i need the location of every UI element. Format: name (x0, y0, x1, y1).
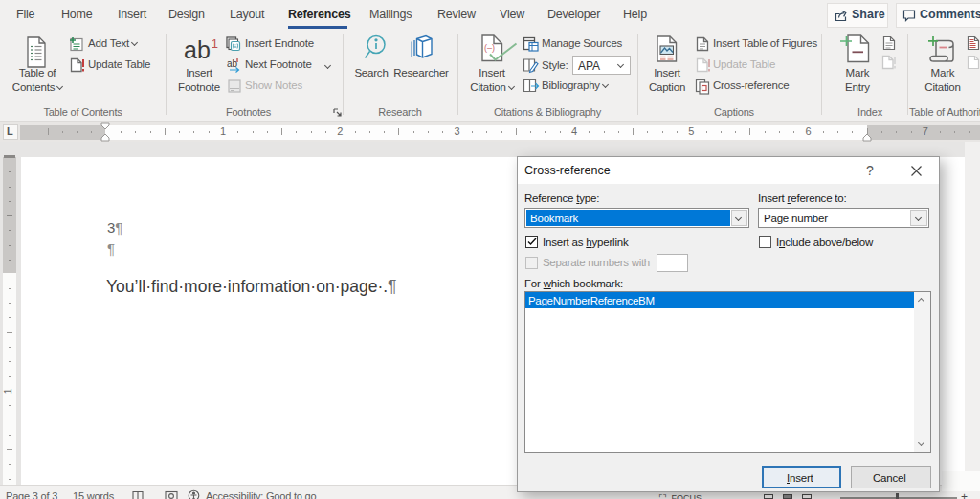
svg-text:(–): (–) (484, 43, 495, 53)
